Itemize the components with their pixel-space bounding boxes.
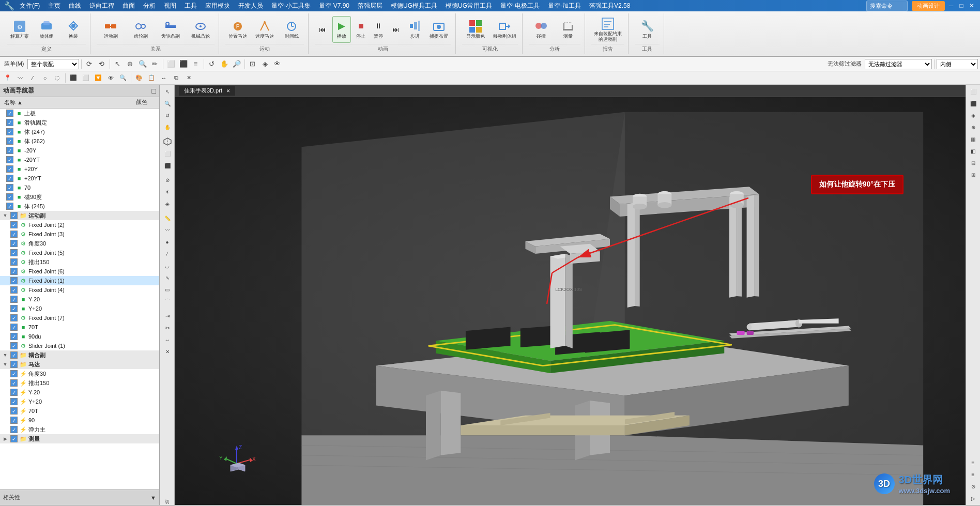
- tb2-copy[interactable]: ⧉: [171, 72, 182, 84]
- tb2-delete[interactable]: ✕: [183, 72, 194, 84]
- checkbox-70t[interactable]: ✓: [10, 324, 18, 331]
- checkbox-measure[interactable]: ✓: [10, 435, 18, 442]
- tb2-hide[interactable]: 👁: [105, 72, 116, 84]
- expand-bottom-icon[interactable]: ▼: [150, 495, 156, 501]
- rt-btn-9[interactable]: ≡: [968, 457, 979, 468]
- tree-item-fj2[interactable]: ✓ ⚙ Fixed Joint (2): [0, 220, 159, 229]
- search-box-title[interactable]: 搜索命令: [866, 1, 908, 11]
- motion-pair-button[interactable]: 运动副: [97, 16, 125, 43]
- tree-item-m-90[interactable]: ✓ ⚡ 90: [0, 416, 159, 425]
- checkbox-p20yt[interactable]: ✓: [6, 175, 13, 182]
- view-direction-select[interactable]: 内侧: [937, 59, 978, 69]
- vt-spline[interactable]: ∿: [162, 272, 173, 283]
- vt-render[interactable]: ◈: [162, 198, 173, 209]
- vt-settings[interactable]: 切: [162, 493, 173, 498]
- checkbox-shangban[interactable]: ✓: [6, 110, 13, 117]
- cam-button[interactable]: 机械凸轮: [187, 16, 215, 43]
- tb-zoom[interactable]: 🔎: [231, 58, 242, 70]
- rt-btn-2[interactable]: ⬛: [968, 98, 979, 109]
- tree-item-push150[interactable]: ✓ ⚙ 推出150: [0, 257, 159, 267]
- menu-item[interactable]: 落强工具V2.58: [586, 2, 633, 10]
- menu-item[interactable]: 量空 V7.90: [316, 2, 353, 10]
- checkbox-p20y[interactable]: ✓: [6, 165, 13, 173]
- tree-item-262[interactable]: ✓ ■ 体 (262): [0, 136, 159, 146]
- viewport-tab-close[interactable]: ×: [226, 87, 230, 95]
- tb-fit[interactable]: ⊡: [247, 58, 258, 70]
- tree-item-245[interactable]: ✓ ■ 体 (245): [0, 202, 159, 211]
- show-color-button[interactable]: 显示颜色: [462, 16, 489, 43]
- menu-item[interactable]: 模德UG模具工具: [388, 2, 440, 10]
- scene-background[interactable]: LCK2OX 10S: [175, 97, 966, 505]
- tree-item-fj5[interactable]: ✓ ⚙ Fixed Joint (5): [0, 248, 159, 257]
- checkbox-fj2[interactable]: ✓: [10, 221, 18, 228]
- checkbox-m-angle30[interactable]: ✓: [10, 370, 18, 377]
- tree-item-m-push150[interactable]: ✓ ⚡ 推出150: [0, 378, 159, 388]
- checkbox-fj3[interactable]: ✓: [10, 231, 18, 238]
- tree-item-m20yt[interactable]: ✓ ■ -20YT: [0, 155, 159, 164]
- tree-item-angle30[interactable]: ✓ ⚙ 角度30: [0, 239, 159, 248]
- vt-pan[interactable]: ✋: [162, 121, 173, 133]
- checkbox-90deg[interactable]: ✓: [6, 193, 13, 201]
- checkbox-245[interactable]: ✓: [6, 203, 13, 210]
- vt-delete[interactable]: ✕: [162, 346, 173, 357]
- tb2-circle[interactable]: ○: [39, 72, 51, 84]
- checkbox-m-70t[interactable]: ✓: [10, 407, 18, 415]
- checkbox-70[interactable]: ✓: [6, 184, 13, 191]
- menu-item[interactable]: 主页: [45, 2, 64, 10]
- tree-group-motion-pairs[interactable]: ▼ ✓ 📁 运动副: [0, 211, 159, 220]
- constraint-motion-button[interactable]: 来自装配约束的运动副: [592, 16, 624, 43]
- checkbox-fj6[interactable]: ✓: [10, 268, 18, 275]
- vt-cube[interactable]: [162, 136, 173, 147]
- expand-coupling[interactable]: ▼: [2, 352, 8, 358]
- tree-group-coupling[interactable]: ▼ ✓ 📁 耦合副: [0, 350, 159, 360]
- menu-item[interactable]: 曲线: [66, 2, 84, 10]
- checkbox-262[interactable]: ✓: [6, 137, 13, 145]
- rt-btn-12[interactable]: ▷: [968, 493, 979, 504]
- viewport-content[interactable]: LCK2OX 10S: [175, 97, 966, 505]
- rt-btn-7[interactable]: ⊟: [968, 157, 979, 168]
- menu-item[interactable]: 视图: [161, 2, 179, 10]
- checkbox-push150[interactable]: ✓: [10, 258, 18, 266]
- rt-btn-5[interactable]: ▦: [968, 133, 979, 145]
- panel-close-btn[interactable]: □: [152, 87, 156, 95]
- tree-item-90deg[interactable]: ✓ ■ 磁90度: [0, 192, 159, 202]
- menu-item[interactable]: 量空-电极工具: [497, 2, 543, 10]
- expand-motion-pairs[interactable]: ▼: [2, 212, 8, 219]
- tree-item-70t[interactable]: ✓ ■ 70T: [0, 323, 159, 332]
- checkbox-247[interactable]: ✓: [6, 128, 13, 135]
- tree-group-motor[interactable]: ▼ ✓ 📁 马达: [0, 360, 159, 369]
- tb-btn-1[interactable]: ⟳: [84, 58, 95, 70]
- tree-item-fj7[interactable]: ✓ ⚙ Fixed Joint (7): [0, 313, 159, 323]
- menu-item[interactable]: 分析: [140, 2, 159, 10]
- play-button[interactable]: ▶ 播放: [332, 16, 351, 43]
- tree-area[interactable]: ✓ ■ 上板 ✓ ■ 滑轨固定 ✓ ■ 体 (247) ✓ ■ 体 (262): [0, 109, 159, 489]
- pause-button[interactable]: ⏸ 暂停: [371, 16, 386, 43]
- tree-item-p20yt[interactable]: ✓ ■ +20YT: [0, 174, 159, 183]
- checkbox-fj4[interactable]: ✓: [10, 286, 18, 294]
- tb-btn-5[interactable]: ✏: [149, 58, 161, 70]
- vt-curve[interactable]: 〰: [162, 224, 173, 236]
- tree-item-m20y[interactable]: ✓ ■ -20Y: [0, 146, 159, 155]
- tb-rotate[interactable]: ↺: [206, 58, 218, 70]
- vt-extend[interactable]: ↔: [162, 334, 173, 345]
- checkbox-m20y[interactable]: ✓: [6, 147, 13, 154]
- tree-item-m-yp20[interactable]: ✓ ⚡ Y+20: [0, 397, 159, 406]
- menu-item[interactable]: 逆向工程: [86, 2, 117, 10]
- checkbox-m-90[interactable]: ✓: [10, 417, 18, 424]
- rt-btn-8[interactable]: ⊞: [968, 169, 979, 180]
- tb2-line[interactable]: ∕: [27, 72, 38, 84]
- menu-item[interactable]: 文件(F): [17, 2, 43, 10]
- checkbox-fj5[interactable]: ✓: [10, 249, 18, 256]
- tb2-color[interactable]: 🎨: [133, 72, 145, 84]
- checkbox-m20yt[interactable]: ✓: [6, 156, 13, 163]
- vt-light[interactable]: ☀: [162, 186, 173, 197]
- checkbox-spring[interactable]: ✓: [10, 426, 18, 433]
- viewport-tab-main[interactable]: 佳禾手表3D.prt ×: [179, 86, 235, 96]
- tree-item-70[interactable]: ✓ ■ 70: [0, 183, 159, 192]
- body-group-button[interactable]: 物体组: [34, 16, 59, 43]
- next-frame-button[interactable]: ⏭: [388, 16, 404, 43]
- maximize-btn[interactable]: □: [957, 2, 966, 10]
- checkbox-motion-pairs[interactable]: ✓: [10, 212, 18, 219]
- menu-item[interactable]: 曲面: [119, 2, 138, 10]
- stop-button[interactable]: ⏹ 停止: [353, 16, 369, 43]
